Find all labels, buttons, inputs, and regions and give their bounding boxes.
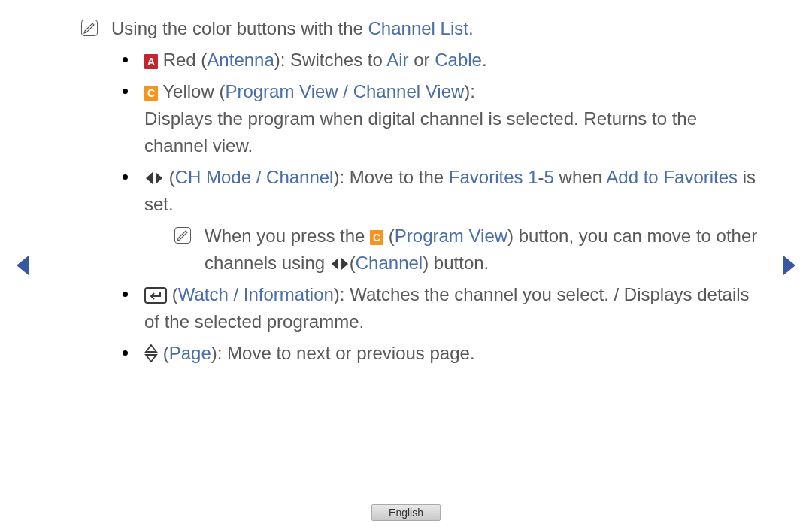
page-open: ( (158, 343, 169, 363)
watch-text: (Watch / Information): Watches the chann… (144, 281, 759, 335)
left-right-arrow-icon (330, 256, 350, 271)
subnote-close: ) button. (423, 253, 489, 273)
bullet-red: A Red (Antenna): Switches to Air or Cabl… (123, 47, 759, 74)
bullet-dot-icon (123, 57, 128, 62)
chmode-label: CH Mode / Channel (175, 167, 334, 187)
red-mid: ): Switches to (274, 50, 386, 70)
yellow-text: C Yellow (Program View / Channel View): … (144, 78, 759, 159)
yellow-desc: Displays the program when digital channe… (144, 105, 759, 159)
next-page-button[interactable] (782, 254, 798, 277)
page-content: Using the color buttons with the Channel… (81, 15, 759, 371)
watch-info-label: Watch / Information (178, 284, 334, 304)
yellow-pre: Yellow ( (158, 81, 225, 101)
sub-note: When you press the C (Program View) butt… (174, 223, 759, 277)
channel-label: Channel (356, 253, 423, 273)
bullet-dot-icon (123, 292, 128, 297)
left-right-arrow-icon (144, 171, 164, 186)
bullet-chmode: (CH Mode / Channel): Move to the Favorit… (123, 164, 759, 218)
bullet-dot-icon (123, 174, 128, 180)
red-pre: Red ( (158, 50, 207, 70)
favorites-label: Favorites 1 (449, 167, 538, 187)
program-channel-view-label: Program View / Channel View (225, 81, 464, 101)
note-icon (174, 227, 191, 244)
favorites-five: 5 (544, 167, 554, 187)
subnote-ch-open: ( (350, 253, 356, 273)
bullet-dot-icon (123, 89, 128, 94)
bullet-dot-icon (123, 350, 128, 356)
yellow-end: ): (464, 81, 475, 101)
red-text: A Red (Antenna): Switches to Air or Cabl… (144, 47, 759, 74)
red-a-button-icon: A (144, 54, 158, 69)
intro-suffix: . (468, 18, 474, 38)
yellow-c-button-icon: C (144, 86, 158, 101)
prev-page-button[interactable] (14, 254, 30, 277)
language-badge: English (371, 504, 441, 521)
page-text: (Page): Move to next or previous page. (144, 340, 759, 367)
chmode-text: (CH Mode / Channel): Move to the Favorit… (144, 164, 759, 218)
bullet-yellow: C Yellow (Program View / Channel View): … (123, 78, 759, 159)
air-label: Air (386, 50, 408, 70)
bullet-page: (Page): Move to next or previous page. (123, 340, 759, 367)
sub-note-text: When you press the C (Program View) butt… (205, 223, 759, 277)
intro-text: Using the color buttons with the Channel… (111, 15, 474, 42)
chmode-mid1: ): Move to the (333, 167, 448, 187)
bullet-watch: (Watch / Information): Watches the chann… (123, 281, 759, 335)
up-down-arrow-icon (144, 344, 158, 362)
cable-label: Cable (435, 50, 482, 70)
antenna-label: Antenna (207, 50, 274, 70)
chmode-dash: - (538, 167, 544, 187)
note-icon (81, 20, 98, 36)
intro-prefix: Using the color buttons with the (111, 18, 368, 38)
red-end: . (482, 50, 487, 70)
chmode-open: ( (164, 167, 175, 187)
add-to-favorites-label: Add to Favorites (606, 167, 738, 187)
yellow-c-button-icon: C (370, 230, 383, 245)
chmode-when: when (554, 167, 606, 187)
page-rest: ): Move to next or previous page. (211, 343, 475, 363)
watch-open: ( (167, 284, 178, 304)
subnote-open: ( (383, 226, 395, 246)
intro-line: Using the color buttons with the Channel… (81, 15, 759, 42)
enter-icon (144, 287, 167, 304)
channel-list-link: Channel List (368, 18, 468, 38)
program-view-label: Program View (395, 226, 508, 246)
red-or: or (409, 50, 435, 70)
subnote-pre: When you press the (205, 226, 370, 246)
page-label: Page (169, 343, 211, 363)
